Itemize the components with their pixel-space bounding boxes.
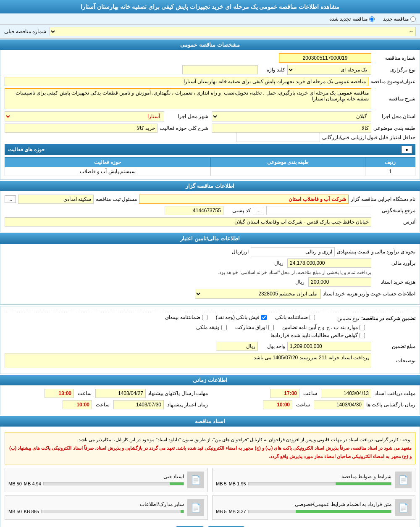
estimate-row: برآورد مالی ریال (5, 258, 415, 268)
description-textarea[interactable] (5, 88, 371, 109)
guarantee-type-row: تضمین شرکت در مناقصه: نوع تضمین ضمانتنام… (5, 314, 415, 322)
file-icon-1: 📄 (187, 472, 204, 488)
radio-renew-label[interactable]: مناقصه تجدید شده (329, 16, 375, 22)
notice-text: توجه : کاربر گرامی، دریافت اسناد در مهلت… (77, 437, 412, 442)
file-bar-fill-1 (170, 482, 184, 485)
bank-guarantee-item: ضمانتنامه بانکی (275, 314, 315, 320)
guarantee-desc-textarea[interactable] (5, 353, 371, 368)
prev-tender-select[interactable]: -- (50, 27, 416, 36)
bank-check-check[interactable] (261, 315, 267, 320)
clause-b-check[interactable] (360, 325, 365, 330)
receive-doc-time-label: ساعت (303, 390, 317, 396)
open-offer-time-label: ساعت (296, 402, 310, 408)
file-name-1: اسناد فنی (8, 474, 184, 480)
send-offer-time-label: ساعت (78, 390, 92, 396)
file-section-row1: 📄 شرایط و ضوابط مناقصه 1.95 MB 5 MB 📄 اس… (5, 468, 415, 492)
receive-doc-label: مهلت دریافت اسناد (373, 390, 415, 396)
guarantee-amount-input[interactable] (287, 342, 371, 351)
estimate-input[interactable] (287, 258, 371, 268)
ref-input[interactable] (266, 206, 371, 215)
property-check[interactable] (221, 325, 227, 330)
send-offer-row: مهلت ارسال پاکتهای پیشنهاد ساعت (5, 389, 208, 398)
organizer-section-body: نام دستگاه اجرایی مناقصه گزار مسئول ثبت … (0, 191, 420, 232)
credit-date[interactable] (113, 400, 164, 409)
organizer-section-header: اطلاعات مناقصه گزار (0, 181, 420, 191)
tender-type-select[interactable]: یک مرحله ای (287, 65, 371, 75)
subject-row: عنوان/موضوع مناقصه (5, 77, 415, 86)
file-card-3[interactable]: 📄 سایر مدارک/اطلاعات 865 KB 50 MB (5, 495, 208, 520)
insurance-check[interactable] (202, 315, 207, 320)
row-num: 1 (365, 167, 415, 176)
tender-number-input[interactable] (279, 53, 371, 63)
estimate-label: برآورد مالی (373, 260, 415, 266)
file-size-0: 1.95 MB (229, 481, 246, 486)
ref-btn[interactable]: ... (253, 207, 264, 214)
payment-note-row: پرداخت تمام و یا بخشی از مبلغ مناقصه، از… (5, 270, 415, 275)
radio-row: مناقصه جدید مناقصه تجدید شده (0, 13, 420, 25)
postal-input[interactable] (165, 206, 223, 215)
documents-section-body: توجه : کاربر گرامی، دریافت اسناد در مهلت… (0, 427, 420, 527)
file-card-1[interactable]: 📄 اسناد فنی 4.94 MB 50 MB (5, 468, 208, 492)
credit-time[interactable] (63, 400, 92, 409)
file-bar-fill-2 (296, 510, 391, 513)
radio-renew[interactable] (369, 16, 375, 22)
certificate-check[interactable] (360, 333, 365, 338)
price-type-row: نحوه ی برآورد مالی و قیمت پیشنهادی ارز/ر… (5, 247, 415, 256)
responsible-btn[interactable]: ... (5, 195, 16, 203)
activity-desc-input[interactable] (5, 124, 158, 133)
category-input[interactable] (212, 124, 371, 133)
participation-check[interactable] (268, 325, 274, 330)
insurance-item: ضمانتنامه بیمه‌ای (165, 314, 207, 320)
doc-price-input[interactable] (308, 277, 371, 287)
description-row: شرح مناقصه (5, 88, 415, 109)
open-offer-time[interactable] (263, 400, 292, 409)
radio-new-label[interactable]: مناقصه جدید (383, 16, 416, 22)
file-card-2[interactable]: 📄 متن قرارداد به انضمام شرایط عمومی/خصوص… (212, 495, 415, 520)
file-size-1: 4.94 MB (24, 481, 41, 486)
file-bar-wrap-3: 865 KB 50 MB (8, 509, 184, 514)
responsible-input[interactable] (18, 195, 94, 204)
file-bar-fill-0 (336, 482, 391, 485)
bank-info-select[interactable]: ملی ایران محتشم 2328005 (195, 289, 321, 299)
receive-doc-date[interactable] (321, 389, 371, 398)
file-card-0[interactable]: 📄 شرایط و ضوابط مناقصه 1.95 MB 5 MB (212, 468, 415, 492)
guarantee-options: ضمانتنامه بانکی فیش بانکی (وجه نقد) ضمان… (5, 314, 315, 320)
currency-label: ارز/ریال (223, 249, 249, 255)
file-bar-wrap-1: 4.94 MB 50 MB (8, 481, 184, 486)
file-bar-bg-1 (43, 482, 184, 485)
min-score-input[interactable] (236, 133, 320, 142)
send-offer-date[interactable] (95, 389, 146, 398)
open-offer-date[interactable] (314, 400, 364, 409)
activity-add-btn[interactable]: ● (402, 146, 412, 153)
notice-bold: متعهد می شود در اسناد مناقصه، صرفاً پذیر… (9, 445, 412, 459)
send-offer-time[interactable] (45, 389, 74, 398)
open-offer-label: زمان بازگشایی پاکت ها (366, 402, 415, 408)
keyword-input[interactable] (182, 65, 258, 74)
city-select[interactable]: آستارا (5, 111, 164, 121)
price-type-input[interactable] (251, 247, 335, 256)
activity-table: ردیف طبقه بندی موضوعی حوزه فعالیت 1سیستم… (5, 157, 415, 176)
org-name-input[interactable] (139, 195, 349, 204)
unit-input[interactable] (216, 342, 258, 351)
file-info-1: اسناد فنی 4.94 MB 50 MB (8, 474, 184, 486)
province-select[interactable]: گیلان (212, 111, 371, 121)
receive-doc-time[interactable] (270, 389, 299, 398)
province-city-row: استان محل اجرا گیلان شهر محل اجرا آستارا (5, 111, 415, 121)
file-size-2: 3.37 MB (229, 509, 246, 514)
payment-note: پرداخت تمام و یا بخشی از مبلغ مناقصه، از… (218, 270, 371, 275)
address-input[interactable] (5, 217, 371, 227)
subject-input[interactable] (5, 77, 368, 86)
bank-guarantee-check[interactable] (310, 315, 315, 320)
price-type-label: نحوه ی برآورد مالی و قیمت پیشنهادی (337, 249, 415, 255)
file-info-2: متن قرارداد به انضمام شرایط عمومی/خصوصی … (216, 501, 391, 514)
type-label: نوع تضمین (317, 316, 359, 321)
tender-number-label: شماره مناقصه (373, 55, 415, 61)
notice-box: توجه : کاربر گرامی، دریافت اسناد در مهلت… (5, 432, 415, 464)
general-section-header: مشخصات مناقصه عمومی (0, 40, 420, 50)
guarantee-desc-row: توضیحات (5, 353, 415, 368)
table-row: 1سیستم پایش آب و فاضلاب (5, 167, 415, 176)
receive-doc-row: مهلت دریافت اسناد ساعت (212, 389, 415, 398)
min-score-label: حداقل امتیاز قابل قبول ارزیابی فنی/بازرگ… (322, 134, 415, 140)
radio-new[interactable] (410, 16, 416, 22)
subject-label: عنوان/موضوع مناقصه (370, 79, 415, 84)
